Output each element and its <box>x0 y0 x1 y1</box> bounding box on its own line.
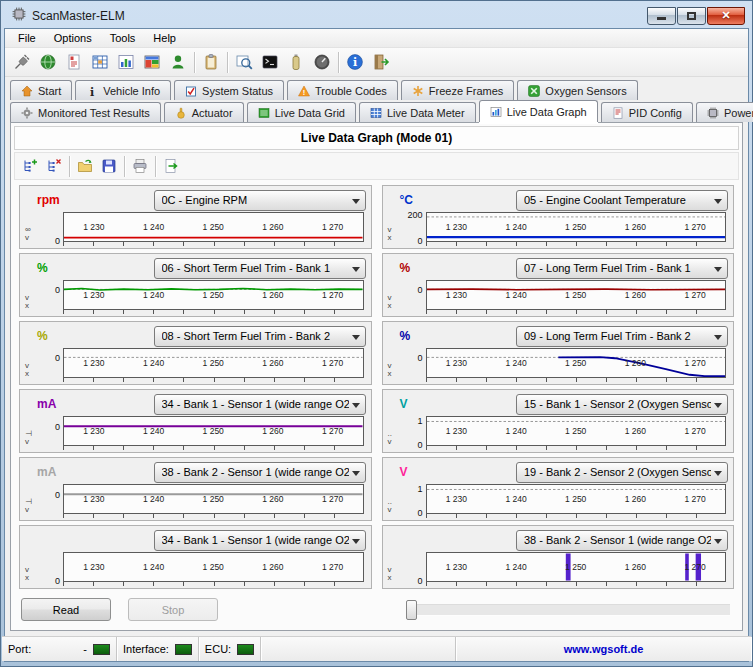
terminal-button[interactable] <box>257 50 283 75</box>
ecu-led <box>237 644 254 655</box>
pid-dropdown-value: 34 - Bank 1 - Sensor 1 (wide range O2 <box>162 398 349 410</box>
svg-text:i: i <box>90 85 94 97</box>
menu-file[interactable]: File <box>9 30 45 46</box>
tab-pid-config[interactable]: PID Config <box>601 102 693 122</box>
tab-monitored-test-results[interactable]: Monitored Test Results <box>10 102 161 122</box>
tab-vehicle-info[interactable]: iVehicle Info <box>75 80 171 100</box>
slider-track[interactable] <box>406 604 730 616</box>
print-button[interactable] <box>128 155 152 177</box>
unit-label: V <box>400 397 408 411</box>
tab-start[interactable]: Start <box>10 80 72 100</box>
plot-area: 1 230 1 240 1 250 1 260 1 270 <box>63 552 364 582</box>
unit-label: mA <box>37 465 56 479</box>
clipboard-button[interactable] <box>198 50 224 75</box>
interface-led <box>175 644 192 655</box>
x-tick-labels: 1 230 1 240 1 250 1 260 1 270 <box>64 349 363 377</box>
pid-dropdown[interactable]: 38 - Bank 2 - Sensor 1 (wide range O2 <box>154 462 366 483</box>
pid-dropdown[interactable]: 34 - Bank 1 - Sensor 1 (wide range O2 <box>154 530 366 551</box>
toolbar-separator <box>227 52 228 73</box>
add-pid-button[interactable] <box>18 155 42 177</box>
chevron-down-icon <box>714 267 722 272</box>
dashboard-button[interactable] <box>139 50 165 75</box>
y-axis-labels: 0 <box>401 552 426 586</box>
save-button[interactable] <box>97 155 121 177</box>
tab-trouble-codes[interactable]: !Trouble Codes <box>287 80 398 100</box>
toolbar-separator <box>155 156 156 177</box>
search-icon <box>235 53 253 71</box>
search-button[interactable] <box>231 50 257 75</box>
connect-icon <box>13 53 31 71</box>
pid-dropdown-value: 15 - Bank 1 - Sensor 2 (Oxygen Senso <box>524 398 711 410</box>
chevron-down-icon <box>714 199 722 204</box>
tab-actuator[interactable]: Actuator <box>164 102 244 122</box>
tab-oxygen-sensors[interactable]: Oxygen Sensors <box>517 80 637 100</box>
tab-freeze-frames[interactable]: Freeze Frames <box>401 80 515 100</box>
pid-dropdown[interactable]: 0C - Engine RPM <box>154 190 366 211</box>
chevron-down-icon <box>714 335 722 340</box>
axis-markers: v x <box>388 552 401 586</box>
pid-doc-icon <box>612 107 624 119</box>
remove-pid-button[interactable] <box>42 155 66 177</box>
export-button[interactable] <box>159 155 183 177</box>
main-toolbar: i <box>5 48 748 77</box>
status-bar: Port: - Interface: ECU: www.wgsoft.de <box>2 636 751 661</box>
user-button[interactable] <box>165 50 191 75</box>
maximize-button[interactable] <box>677 7 706 25</box>
graph-panel: % 08 - Short Term Fuel Trim - Bank 2 v x… <box>19 321 372 385</box>
x-tick-marks <box>426 582 727 586</box>
tab-live-data-graph[interactable]: Live Data Graph <box>479 100 598 122</box>
unit-label: °C <box>400 193 413 207</box>
close-button[interactable]: ✕ <box>707 7 745 25</box>
slider-thumb[interactable] <box>406 600 417 620</box>
window-icon <box>143 53 161 71</box>
pid-dropdown[interactable]: 09 - Long Term Fuel Trim - Bank 2 <box>516 326 728 347</box>
x-tick-labels: 1 230 1 240 1 250 1 260 1 270 <box>427 213 726 241</box>
gauge-button[interactable] <box>309 50 335 75</box>
battery-button[interactable] <box>283 50 309 75</box>
x-tick-labels: 1 230 1 240 1 250 1 260 1 270 <box>427 553 726 581</box>
menu-help[interactable]: Help <box>144 30 185 46</box>
pid-dropdown-value: 19 - Bank 2 - Sensor 2 (Oxygen Senso <box>524 466 711 478</box>
tab-live-data-grid[interactable]: Live Data Grid <box>247 102 356 122</box>
pid-dropdown[interactable]: 34 - Bank 1 - Sensor 1 (wide range O2 <box>154 394 366 415</box>
chevron-down-icon <box>352 267 360 272</box>
pid-dropdown[interactable]: 15 - Bank 1 - Sensor 2 (Oxygen Senso <box>516 394 728 415</box>
menu-tools[interactable]: Tools <box>101 30 145 46</box>
graph-panel: mA 34 - Bank 1 - Sensor 1 (wide range O2… <box>19 389 372 453</box>
pid-dropdown-value: 07 - Long Term Fuel Trim - Bank 1 <box>524 262 691 274</box>
plot-area: 1 230 1 240 1 250 1 260 1 270 <box>63 280 364 310</box>
pid-dropdown[interactable]: 08 - Short Term Fuel Trim - Bank 2 <box>154 326 366 347</box>
tab-power[interactable]: Power <box>696 102 753 122</box>
chevron-down-icon <box>714 539 722 544</box>
website-link[interactable]: www.wgsoft.de <box>564 643 644 655</box>
open-button[interactable] <box>73 155 97 177</box>
menu-options[interactable]: Options <box>45 30 101 46</box>
stop-button[interactable]: Stop <box>128 598 218 621</box>
pid-dropdown[interactable]: 19 - Bank 2 - Sensor 2 (Oxygen Senso <box>516 462 728 483</box>
tab-system-status[interactable]: System Status <box>174 80 284 100</box>
about-button[interactable]: i <box>342 50 368 75</box>
tab-live-data-meter[interactable]: Live Data Meter <box>359 102 476 122</box>
status-spacer <box>261 637 456 661</box>
unit-label: % <box>400 261 411 275</box>
unit-label: % <box>37 261 48 275</box>
data-chart-button[interactable] <box>113 50 139 75</box>
plot-area: 1 230 1 240 1 250 1 260 1 270 <box>426 348 727 378</box>
port-led <box>93 644 110 655</box>
status-website: www.wgsoft.de <box>456 637 751 661</box>
speed-slider[interactable] <box>406 600 730 620</box>
plot-area: 1 230 1 240 1 250 1 260 1 270 <box>63 484 364 514</box>
read-button[interactable]: Read <box>21 598 111 621</box>
data-grid-button[interactable] <box>87 50 113 75</box>
pid-dropdown[interactable]: 38 - Bank 2 - Sensor 1 (wide range O2 <box>516 530 728 551</box>
pid-dropdown[interactable]: 07 - Long Term Fuel Trim - Bank 1 <box>516 258 728 279</box>
exit-button[interactable] <box>368 50 394 75</box>
web-button[interactable] <box>35 50 61 75</box>
plot-area: 1 230 1 240 1 250 1 260 1 270 <box>63 212 364 242</box>
report-button[interactable] <box>61 50 87 75</box>
minimize-button[interactable] <box>647 7 676 25</box>
axis-markers: v x <box>25 280 38 314</box>
pid-dropdown[interactable]: 06 - Short Term Fuel Trim - Bank 1 <box>154 258 366 279</box>
connect-button[interactable] <box>9 50 35 75</box>
pid-dropdown[interactable]: 05 - Engine Coolant Temperature <box>516 190 728 211</box>
